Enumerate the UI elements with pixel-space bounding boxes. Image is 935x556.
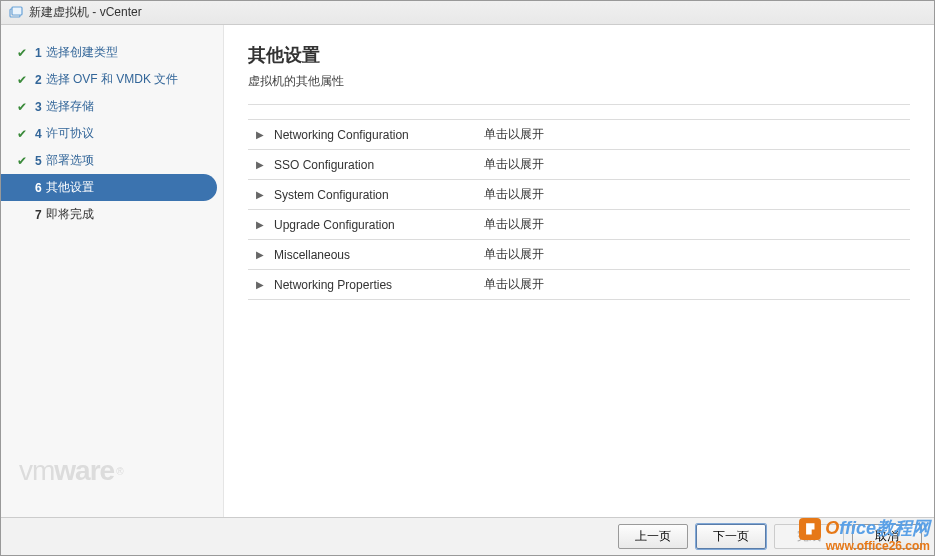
expand-hint: 单击以展开 [484,156,544,173]
expand-hint: 单击以展开 [484,276,544,293]
previous-button[interactable]: 上一页 [618,524,688,549]
step-number: 5 [35,154,42,168]
main-area: ✔ 1 选择创建类型 ✔ 2 选择 OVF 和 VMDK 文件 ✔ 3 选择存储… [1,25,934,517]
section-label: Networking Properties [274,278,484,292]
step-2-select-ovf-vmdk[interactable]: ✔ 2 选择 OVF 和 VMDK 文件 [1,66,223,93]
expand-hint: 单击以展开 [484,126,544,143]
section-label: SSO Configuration [274,158,484,172]
step-label: 选择存储 [46,98,94,115]
cancel-button[interactable]: 取消 [852,524,922,549]
svg-rect-1 [12,7,22,15]
step-number: 1 [35,46,42,60]
step-number: 6 [35,181,42,195]
check-icon: ✔ [15,100,29,114]
wizard-sidebar: ✔ 1 选择创建类型 ✔ 2 选择 OVF 和 VMDK 文件 ✔ 3 选择存储… [1,25,224,517]
section-networking-configuration[interactable]: ▶ Networking Configuration 单击以展开 [248,120,910,150]
chevron-right-icon: ▶ [256,219,266,230]
titlebar: 新建虚拟机 - vCenter [1,1,934,25]
section-label: Miscellaneous [274,248,484,262]
section-sso-configuration[interactable]: ▶ SSO Configuration 单击以展开 [248,150,910,180]
next-button[interactable]: 下一页 [696,524,766,549]
section-miscellaneous[interactable]: ▶ Miscellaneous 单击以展开 [248,240,910,270]
step-5-deploy-options[interactable]: ✔ 5 部署选项 [1,147,223,174]
step-7-ready-to-complete: ✔ 7 即将完成 [1,201,223,228]
chevron-right-icon: ▶ [256,249,266,260]
step-number: 7 [35,208,42,222]
step-label: 许可协议 [46,125,94,142]
step-label: 选择 OVF 和 VMDK 文件 [46,71,179,88]
chevron-right-icon: ▶ [256,129,266,140]
step-label: 其他设置 [46,179,94,196]
step-6-additional-settings[interactable]: ✔ 6 其他设置 [1,174,217,201]
step-1-select-create-type[interactable]: ✔ 1 选择创建类型 [1,39,223,66]
vmware-logo: vmware® [1,437,223,517]
page-title: 其他设置 [248,43,910,67]
expand-hint: 单击以展开 [484,216,544,233]
check-icon: ✔ [15,154,29,168]
settings-accordion: ▶ Networking Configuration 单击以展开 ▶ SSO C… [248,119,910,300]
wizard-steps: ✔ 1 选择创建类型 ✔ 2 选择 OVF 和 VMDK 文件 ✔ 3 选择存储… [1,39,223,437]
check-icon: ✔ [15,46,29,60]
page-subtitle: 虚拟机的其他属性 [248,73,910,90]
section-system-configuration[interactable]: ▶ System Configuration 单击以展开 [248,180,910,210]
chevron-right-icon: ▶ [256,159,266,170]
section-label: Upgrade Configuration [274,218,484,232]
expand-hint: 单击以展开 [484,246,544,263]
step-label: 即将完成 [46,206,94,223]
expand-hint: 单击以展开 [484,186,544,203]
section-networking-properties[interactable]: ▶ Networking Properties 单击以展开 [248,270,910,300]
window-title: 新建虚拟机 - vCenter [29,4,142,21]
check-icon: ✔ [15,127,29,141]
step-label: 选择创建类型 [46,44,118,61]
finish-button: 完成 [774,524,844,549]
step-4-license-agreement[interactable]: ✔ 4 许可协议 [1,120,223,147]
divider [248,104,910,105]
step-number: 3 [35,100,42,114]
chevron-right-icon: ▶ [256,189,266,200]
step-3-select-storage[interactable]: ✔ 3 选择存储 [1,93,223,120]
chevron-right-icon: ▶ [256,279,266,290]
new-vm-icon [9,6,23,20]
check-icon: ✔ [15,73,29,87]
section-label: Networking Configuration [274,128,484,142]
step-number: 2 [35,73,42,87]
step-label: 部署选项 [46,152,94,169]
section-label: System Configuration [274,188,484,202]
wizard-footer: 上一页 下一页 完成 取消 [1,517,934,555]
section-upgrade-configuration[interactable]: ▶ Upgrade Configuration 单击以展开 [248,210,910,240]
step-number: 4 [35,127,42,141]
content-panel: 其他设置 虚拟机的其他属性 ▶ Networking Configuration… [224,25,934,517]
